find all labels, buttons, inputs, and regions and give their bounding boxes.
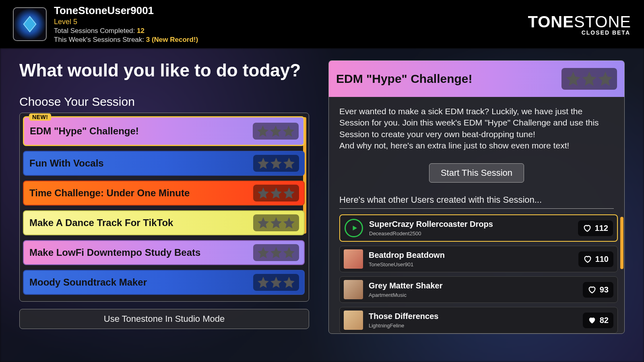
track-avatar: [344, 311, 363, 330]
session-item[interactable]: Fun With Vocals: [23, 151, 305, 176]
like-count: 82: [600, 316, 609, 325]
page-title: What would you like to do today?: [19, 60, 309, 80]
session-title: Make A Dance Track For TikTok: [29, 217, 253, 228]
like-button[interactable]: 112: [578, 220, 613, 236]
star-icon: [270, 157, 282, 169]
session-list: NEW!EDM "Hype" Challenge!Fun With Vocals…: [19, 113, 309, 302]
divider: [339, 208, 614, 209]
track-name: SuperCrazy Rollercoaster Drops: [369, 220, 578, 229]
streak: This Week's Sessions Streak: 3 (New Reco…: [54, 36, 198, 44]
heart-icon: [583, 255, 592, 263]
star-icon: [566, 71, 581, 86]
session-title: Time Challenge: Under One Minute: [29, 187, 253, 199]
star-icon: [598, 71, 613, 86]
track-author: ToneStoneUser901: [369, 261, 578, 267]
track-name: Beatdrop Beatdown: [369, 251, 578, 260]
track-row[interactable]: Grey Matter ShakerApartmentMusic93: [339, 276, 618, 303]
track-scrollbar[interactable]: [620, 217, 623, 269]
star-icon: [283, 187, 295, 199]
star-icon: [257, 276, 269, 288]
track-list: SuperCrazy Rollercoaster DropsDeceasedRo…: [329, 214, 624, 334]
star-icon: [283, 125, 295, 137]
play-icon: [351, 224, 358, 232]
session-rating: [253, 123, 299, 140]
track-author: LightningFeline: [369, 323, 583, 329]
user-info: ToneStoneUser9001 Level 5 Total Sessions…: [54, 4, 198, 44]
star-icon: [283, 276, 295, 288]
track-row[interactable]: Those DifferencesLightningFeline82: [339, 307, 618, 333]
like-count: 110: [595, 255, 609, 264]
session-rating: [253, 274, 299, 291]
session-rating: [253, 155, 299, 172]
star-icon: [283, 247, 295, 259]
like-button[interactable]: 93: [583, 282, 613, 298]
star-icon: [582, 71, 597, 86]
heart-icon: [588, 285, 597, 294]
session-rating: [253, 185, 299, 202]
challenge-header: EDM "Hype" Challenge!: [329, 61, 624, 97]
heart-icon: [588, 316, 597, 325]
diamond-icon: [21, 15, 39, 33]
star-icon: [257, 125, 269, 137]
session-item[interactable]: Make LowFi Downtempo Study Beats: [23, 240, 305, 265]
star-icon: [257, 157, 269, 169]
like-count: 112: [595, 224, 608, 233]
like-count: 93: [600, 285, 609, 294]
session-title: Moody Soundtrack Maker: [29, 277, 253, 288]
track-name: Grey Matter Shaker: [369, 281, 583, 290]
heart-icon: [583, 224, 592, 232]
star-icon: [257, 247, 269, 259]
star-icon: [270, 187, 282, 199]
track-avatar: [344, 280, 363, 299]
brand-logo: TONESTONE CLOSED BETA: [528, 13, 631, 36]
session-item[interactable]: Time Challenge: Under One Minute: [23, 181, 305, 206]
star-icon: [283, 217, 295, 229]
username: ToneStoneUser9001: [54, 4, 198, 17]
challenge-title: EDM "Hype" Challenge!: [336, 72, 561, 86]
track-info: Those DifferencesLightningFeline: [369, 312, 583, 329]
star-icon: [270, 217, 282, 229]
track-author: DeceasedRodent2500: [369, 230, 578, 237]
new-badge: NEW!: [29, 113, 51, 121]
session-item[interactable]: NEW!EDM "Hype" Challenge!: [23, 116, 305, 146]
start-session-button[interactable]: Start This Session: [429, 163, 524, 183]
star-icon: [270, 125, 282, 137]
session-rating: [253, 214, 299, 231]
challenge-description: Ever wanted to make a sick EDM track? Lu…: [329, 97, 624, 156]
play-button[interactable]: [344, 218, 363, 238]
like-button[interactable]: 110: [578, 251, 613, 267]
star-icon: [257, 217, 269, 229]
other-creations-label: Here's what other Users created with thi…: [329, 195, 624, 208]
session-item[interactable]: Make A Dance Track For TikTok: [23, 210, 305, 235]
track-info: SuperCrazy Rollercoaster DropsDeceasedRo…: [369, 220, 578, 237]
star-icon: [283, 157, 295, 169]
studio-mode-button[interactable]: Use Tonestone In Studio Mode: [19, 309, 309, 329]
session-list-label: Choose Your Session: [19, 95, 309, 109]
user-level: Level 5: [54, 18, 198, 26]
challenge-rating: [561, 68, 617, 90]
track-avatar: [344, 249, 363, 269]
track-info: Beatdrop BeatdownToneStoneUser901: [369, 251, 578, 267]
star-icon: [270, 276, 282, 288]
session-title: EDM "Hype" Challenge!: [30, 125, 253, 137]
session-detail-panel: EDM "Hype" Challenge! Ever wanted to mak…: [328, 60, 625, 334]
star-icon: [257, 187, 269, 199]
track-row[interactable]: SuperCrazy Rollercoaster DropsDeceasedRo…: [339, 214, 618, 242]
track-row[interactable]: Beatdrop BeatdownToneStoneUser901110: [339, 246, 618, 272]
total-sessions: Total Sessions Completed: 12: [54, 27, 198, 35]
user-avatar[interactable]: [13, 7, 47, 41]
track-name: Those Differences: [369, 312, 583, 321]
session-title: Fun With Vocals: [29, 158, 253, 169]
session-title: Make LowFi Downtempo Study Beats: [29, 247, 253, 258]
track-author: ApartmentMusic: [369, 292, 583, 298]
session-rating: [253, 244, 299, 261]
session-item[interactable]: Moody Soundtrack Maker: [23, 270, 305, 295]
star-icon: [270, 247, 282, 259]
like-button[interactable]: 82: [583, 313, 613, 328]
track-info: Grey Matter ShakerApartmentMusic: [369, 281, 583, 298]
header-bar: ToneStoneUser9001 Level 5 Total Sessions…: [0, 0, 644, 48]
